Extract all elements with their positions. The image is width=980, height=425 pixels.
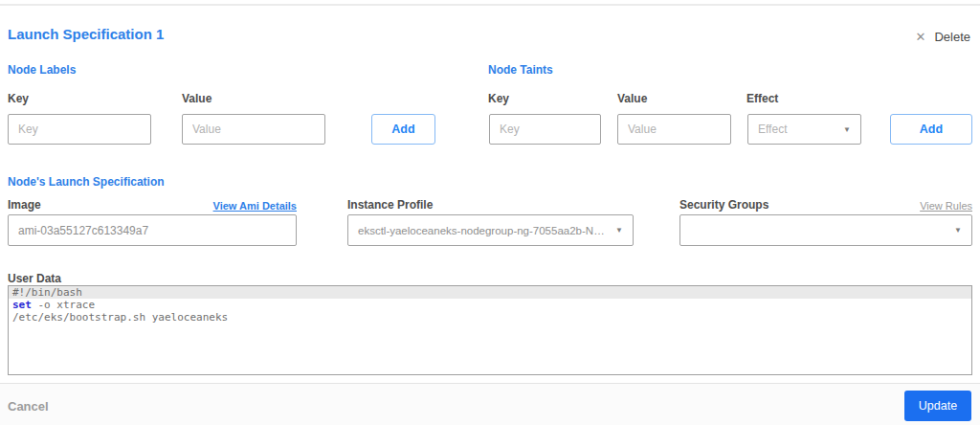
update-button[interactable]: Update [904, 391, 971, 421]
node-taints-add-button[interactable]: Add [890, 114, 972, 145]
chevron-down-icon: ▼ [843, 125, 851, 134]
section-title-node-taints: Node Taints [488, 63, 553, 77]
code-line-1: #!/bin/bash [9, 286, 971, 299]
node-labels-value-label: Value [182, 92, 212, 105]
chevron-down-icon: ▼ [954, 226, 962, 235]
effect-select-placeholder: Effect [758, 123, 787, 136]
user-data-label: User Data [8, 272, 61, 285]
section-title-node-labels: Node Labels [8, 63, 76, 77]
view-rules-link[interactable]: View Rules [920, 200, 972, 212]
node-labels-add-button[interactable]: Add [371, 114, 435, 145]
security-groups-label: Security Groups [679, 198, 768, 212]
node-taints-key-input[interactable] [489, 114, 601, 145]
node-taints-value-input[interactable] [617, 114, 731, 145]
top-divider [0, 4, 980, 6]
page-title: Launch Specification 1 [8, 26, 164, 42]
code-line-2: set -o xtrace [9, 299, 971, 311]
image-input[interactable] [8, 214, 297, 246]
instance-profile-label: Instance Profile [347, 198, 433, 212]
security-groups-select[interactable]: ▼ [679, 214, 972, 246]
view-ami-details-link[interactable]: View Ami Details [213, 200, 297, 212]
launch-specification-panel: Launch Specification 1 ✕ Delete Node Lab… [0, 0, 980, 425]
delete-button[interactable]: ✕ Delete [916, 30, 970, 44]
delete-button-label: Delete [934, 30, 970, 44]
close-icon: ✕ [916, 31, 926, 43]
instance-profile-value: eksctl-yaeloceaneks-nodegroup-ng-7055aa2… [358, 225, 615, 236]
user-data-editor[interactable]: #!/bin/bash set -o xtrace /etc/eks/boots… [8, 285, 972, 375]
section-title-launch-spec: Node's Launch Specification [8, 175, 165, 189]
cancel-button[interactable]: Cancel [8, 399, 49, 414]
instance-profile-select[interactable]: eksctl-yaeloceaneks-nodegroup-ng-7055aa2… [347, 214, 634, 246]
image-label-row: Image View Ami Details [8, 198, 297, 212]
node-labels-key-input[interactable] [8, 114, 151, 145]
node-taints-effect-select[interactable]: Effect ▼ [747, 114, 861, 145]
node-labels-value-input[interactable] [182, 114, 325, 145]
footer-bar: Cancel Update [0, 383, 980, 425]
node-taints-effect-label: Effect [746, 92, 778, 105]
security-groups-label-row: Security Groups View Rules [679, 198, 972, 212]
image-label: Image [8, 198, 41, 212]
code-line-3: /etc/eks/bootstrap.sh yaeloceaneks [9, 311, 971, 324]
node-taints-value-label: Value [617, 92, 647, 105]
node-labels-key-label: Key [8, 92, 29, 105]
node-taints-key-label: Key [488, 92, 509, 105]
chevron-down-icon: ▼ [615, 226, 623, 235]
